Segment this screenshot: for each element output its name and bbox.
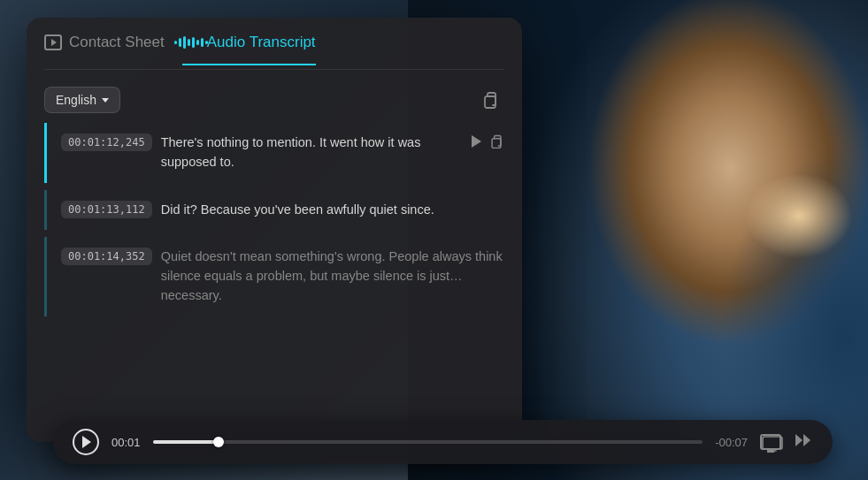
- transcript-row: 00:01:13,112 Did it? Because you've been…: [61, 201, 504, 220]
- transcript-area: 00:01:12,245 There's nothing to mention.…: [27, 123, 522, 388]
- header-divider: [44, 69, 504, 70]
- audio-transcript-tab-label: Audio Transcript: [207, 34, 316, 51]
- language-label: English: [56, 93, 96, 107]
- waveform-icon: [182, 34, 200, 51]
- player-progress-thumb: [213, 437, 224, 447]
- player-skip-button[interactable]: [794, 432, 813, 452]
- player-progress-fill: [153, 440, 219, 444]
- skip-forward-icon: [794, 432, 813, 448]
- contact-sheet-tab-label: Contact Sheet: [69, 34, 165, 51]
- svg-rect-1: [492, 139, 501, 149]
- item-copy-button[interactable]: [488, 133, 504, 149]
- transcript-text: Did it? Because you've been awfully quie…: [161, 201, 504, 220]
- main-panel: Contact Sheet Audio Transcript: [27, 18, 522, 442]
- panel-toolbar: English: [27, 73, 522, 123]
- transcript-text: There's nothing to mention. It went how …: [161, 133, 463, 172]
- player-bar: 00:01 -00:07: [53, 420, 833, 464]
- item-play-button[interactable]: [472, 135, 481, 148]
- chevron-down-icon: [102, 98, 109, 103]
- screen-icon: [762, 436, 783, 452]
- player-current-time: 00:01: [111, 436, 141, 449]
- svg-rect-0: [485, 96, 495, 108]
- transcript-item: 00:01:12,245 There's nothing to mention.…: [44, 123, 504, 183]
- timestamp: 00:01:13,112: [61, 201, 152, 218]
- tab-audio-transcript[interactable]: Audio Transcript: [182, 34, 316, 65]
- player-end-time: -00:07: [715, 436, 748, 449]
- transcript-text-dimmed: Quiet doesn't mean something's wrong. Pe…: [161, 248, 504, 305]
- transcript-row: 00:01:14,352 Quiet doesn't mean somethin…: [61, 248, 504, 305]
- transcript-item: 00:01:13,112 Did it? Because you've been…: [44, 190, 504, 231]
- timestamp: 00:01:14,352: [61, 248, 152, 265]
- transcript-row: 00:01:12,245 There's nothing to mention.…: [61, 133, 504, 172]
- copy-icon: [480, 90, 500, 110]
- play-square-icon: [44, 34, 62, 51]
- copy-all-button[interactable]: [476, 86, 504, 114]
- player-progress-bar[interactable]: [153, 440, 703, 444]
- player-play-button[interactable]: [73, 429, 99, 455]
- timestamp: 00:01:12,245: [61, 133, 152, 151]
- transcript-item: 00:01:14,352 Quiet doesn't mean somethin…: [44, 237, 504, 316]
- item-copy-icon: [488, 133, 504, 149]
- item-actions: [472, 133, 504, 149]
- language-dropdown[interactable]: English: [44, 87, 120, 113]
- panel-header: Contact Sheet Audio Transcript: [27, 18, 522, 65]
- tab-contact-sheet[interactable]: Contact Sheet: [44, 34, 165, 65]
- player-screen-button[interactable]: [760, 434, 781, 450]
- svg-rect-2: [763, 437, 782, 449]
